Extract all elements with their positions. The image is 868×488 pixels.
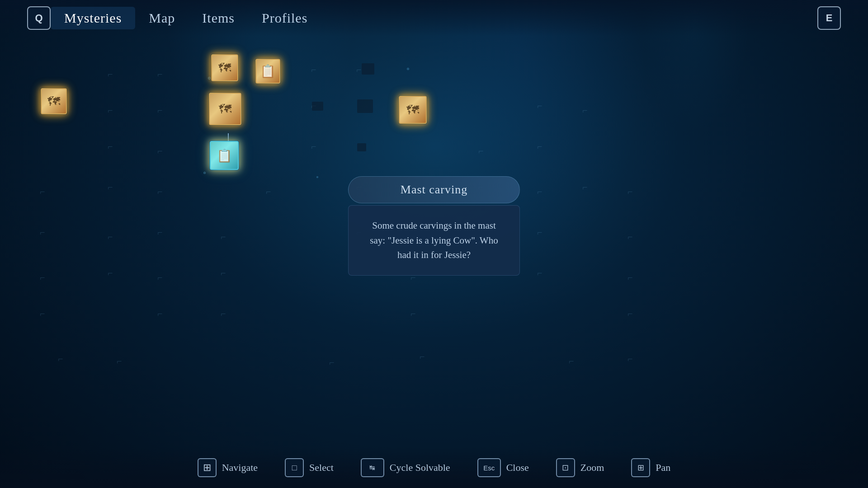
clue-icon-3: 🗺 — [47, 94, 60, 109]
grid-dot: ⌐ — [416, 350, 429, 363]
bottom-bar: ⊞ Navigate □ Select ↹ Cycle Solvable Esc… — [0, 447, 868, 488]
grid-dot: ⌐ — [104, 267, 117, 279]
cycle-icon: ↹ — [361, 458, 384, 477]
grid-dot: ⌐ — [217, 307, 230, 320]
clue-card-3[interactable]: 🗺 — [41, 88, 67, 114]
clue-card-5[interactable]: 🗺 — [399, 96, 427, 124]
select-label: Select — [309, 462, 334, 474]
grid-dot: ⌐ — [154, 307, 166, 320]
clue-card-1[interactable]: 🗺 — [211, 54, 238, 81]
dark-square — [357, 99, 373, 113]
pan-label: Pan — [656, 462, 670, 474]
grid-dot: ⌐ — [36, 307, 49, 320]
navigate-label: Navigate — [222, 462, 258, 474]
grid-dot: ⌐ — [104, 68, 117, 80]
action-zoom[interactable]: ⊡ Zoom — [556, 458, 604, 477]
navigate-icon: ⊞ — [198, 458, 217, 477]
tooltip-body: Some crude carvings in the mast say: "Je… — [348, 205, 520, 276]
bubble — [316, 176, 318, 178]
clue-icon-6: 📋 — [217, 148, 232, 163]
tab-map[interactable]: Map — [135, 7, 189, 29]
grid-dot: ⌐ — [154, 226, 166, 239]
grid-dot: ⌐ — [217, 230, 230, 243]
grid-dot: ⌐ — [475, 145, 487, 157]
dark-square — [362, 63, 374, 75]
pan-icon: ⊞ — [631, 458, 650, 477]
tab-items[interactable]: Items — [189, 7, 248, 29]
close-label: Close — [506, 462, 529, 474]
grid-dot: ⌐ — [533, 226, 546, 239]
bubble — [407, 68, 409, 70]
grid-dot: ⌐ — [307, 140, 320, 153]
clue-icon-2: 📋 — [260, 64, 276, 79]
grid-dot: ⌐ — [154, 68, 166, 80]
game-container: Q Mysteries Map Items Profiles E ⌐ ⌐ ⌐ ⌐… — [0, 0, 868, 488]
tooltip-container: Mast carving Some crude carvings in the … — [348, 176, 520, 276]
grid-dot: ⌐ — [533, 185, 546, 198]
zoom-icon: ⊡ — [556, 458, 575, 477]
action-navigate[interactable]: ⊞ Navigate — [198, 458, 258, 477]
grid-dot: ⌐ — [54, 352, 67, 365]
grid-dot: ⌐ — [217, 267, 230, 279]
dark-square — [357, 143, 366, 151]
grid-dot: ⌐ — [533, 140, 546, 153]
grid-dot: ⌐ — [36, 185, 49, 198]
grid-dot: ⌐ — [307, 63, 320, 76]
clue-card-2[interactable]: 📋 — [255, 59, 280, 84]
action-cycle[interactable]: ↹ Cycle Solvable — [361, 458, 450, 477]
header-nav: Q Mysteries Map Items Profiles E — [0, 0, 868, 36]
clue-card-6[interactable]: 📋 — [210, 141, 239, 170]
clue-icon-5: 🗺 — [406, 103, 419, 117]
grid-dot: ⌐ — [407, 307, 420, 320]
tooltip-title: Mast carving — [348, 176, 520, 203]
grid-dot: ⌐ — [624, 352, 637, 365]
select-icon: □ — [285, 458, 304, 477]
action-select[interactable]: □ Select — [285, 458, 334, 477]
grid-dot: ⌐ — [533, 267, 546, 279]
key-e-button[interactable]: E — [817, 6, 841, 30]
key-q-button[interactable]: Q — [27, 6, 51, 30]
grid-dot: ⌐ — [36, 271, 49, 284]
grid-dot: ⌐ — [104, 181, 117, 193]
action-pan[interactable]: ⊞ Pan — [631, 458, 670, 477]
dark-square — [312, 102, 323, 111]
clue-icon-4: 🗺 — [219, 102, 231, 117]
close-icon: Esc — [477, 458, 501, 477]
grid-dot: ⌐ — [154, 145, 166, 157]
grid-dot: ⌐ — [565, 355, 578, 367]
tab-profiles[interactable]: Profiles — [248, 7, 321, 29]
cycle-label: Cycle Solvable — [390, 462, 450, 474]
grid-dot: ⌐ — [104, 140, 117, 153]
clue-icon-1: 🗺 — [218, 61, 231, 75]
grid-dot: ⌐ — [624, 271, 637, 284]
grid-dot: ⌐ — [154, 185, 166, 198]
tab-mysteries[interactable]: Mysteries — [51, 7, 135, 29]
grid-dot: ⌐ — [154, 104, 166, 117]
zoom-label: Zoom — [580, 462, 604, 474]
grid-dot: ⌐ — [104, 104, 117, 117]
grid-dot: ⌐ — [104, 230, 117, 243]
grid-dot: ⌐ — [624, 307, 637, 320]
action-close[interactable]: Esc Close — [477, 458, 529, 477]
grid-dot: ⌐ — [533, 99, 546, 112]
grid-dot: ⌐ — [624, 185, 637, 198]
grid-dot: ⌐ — [113, 355, 126, 367]
grid-dot: ⌐ — [262, 185, 275, 198]
grid-dot: ⌐ — [36, 226, 49, 239]
grid-dot: ⌐ — [326, 356, 338, 369]
grid-dot: ⌐ — [154, 271, 166, 284]
grid-dot: ⌐ — [579, 104, 591, 117]
grid-dot: ⌐ — [624, 230, 637, 243]
clue-card-4[interactable]: 🗺 — [209, 93, 241, 125]
grid-dot: ⌐ — [579, 181, 591, 193]
bubble — [203, 172, 206, 174]
